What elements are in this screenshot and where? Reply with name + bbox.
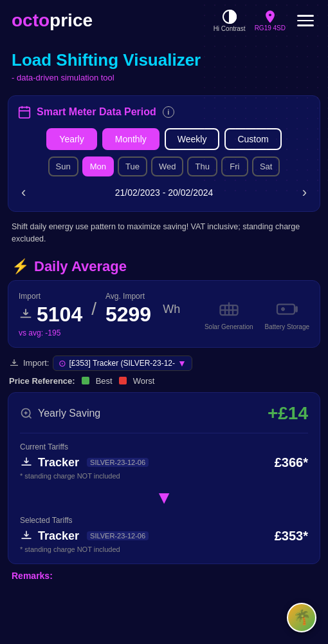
app-header: octoprice Hi Contrast RG19 4SD <box>0 0 328 39</box>
vs-avg-text: vs avg: -195 <box>19 328 60 337</box>
worst-label: Worst <box>133 376 155 386</box>
day-btn-sun[interactable]: Sun <box>48 156 78 176</box>
logo-price: price <box>50 10 93 30</box>
day-btn-sat[interactable]: Sat <box>252 156 280 176</box>
octopus-icon: ⊙ <box>59 358 66 368</box>
chevron-down-icon: ▼ <box>178 358 187 368</box>
tracker-row: Import: ⊙ [£353] Tracker (SILVER-23-12- … <box>9 355 319 371</box>
remarks-label: Remarks: <box>12 571 316 581</box>
saving-title: Yearly Saving <box>20 407 100 420</box>
price-ref-label: Price Reference: <box>9 376 75 386</box>
hero-section: Load Shifting Visualizer - data-driven s… <box>0 39 328 86</box>
current-tariff-code: SILVER-23-12-06 <box>87 458 149 467</box>
day-btn-thu[interactable]: Thu <box>187 156 217 176</box>
arrow-down-icon: ▼ <box>155 488 173 508</box>
daily-avg-section: ⚡ Daily Average <box>0 254 328 280</box>
smart-meter-title: Smart Meter Data Period i <box>17 105 311 119</box>
avg-import-value: 5299 <box>105 303 151 327</box>
current-tariffs-label: Current Tariffs <box>20 442 308 451</box>
day-buttons-group: Sun Mon Tue Wed Thu Fri Sat <box>17 156 311 176</box>
bolt-icon: ⚡ <box>12 258 29 275</box>
current-tariff-price: £366* <box>275 455 308 470</box>
current-tariffs-section: Current Tariffs Tracker SILVER-23-12-06 … <box>20 442 308 480</box>
logo: octoprice <box>12 10 93 31</box>
current-tariff-name: Tracker SILVER-23-12-06 <box>20 456 149 469</box>
hi-contrast-label: Hi Contrast <box>214 25 246 32</box>
current-standing-note: * standing charge NOT included <box>20 472 308 480</box>
day-btn-fri[interactable]: Fri <box>221 156 248 176</box>
saving-amount: +£14 <box>268 403 308 424</box>
selected-tariff-price: £353* <box>275 529 308 544</box>
selected-tariff-code: SILVER-23-12-06 <box>87 531 149 540</box>
price-reference: Price Reference: Best Worst <box>9 376 319 386</box>
unit-label: Wh <box>163 303 180 316</box>
selected-tariffs-label: Selected Tariffs <box>20 516 308 525</box>
current-tariff-row: Tracker SILVER-23-12-06 £366* <box>20 455 308 470</box>
palm-button[interactable]: 🌴 <box>287 603 316 632</box>
shift-info-text: Shift daily energy use pattern to maximi… <box>12 221 316 245</box>
saving-header: Yearly Saving +£14 <box>20 403 308 424</box>
svg-rect-11 <box>277 304 295 314</box>
tracker-badge[interactable]: ⊙ [£353] Tracker (SILVER-23-12- ▼ <box>53 355 192 371</box>
page-title: Load Shifting Visualizer <box>12 50 316 70</box>
smart-meter-card: Smart Meter Data Period i Yearly Monthly… <box>8 95 320 212</box>
svg-rect-1 <box>19 108 30 118</box>
location-text: RG19 4SD <box>255 24 286 32</box>
smart-meter-label: Smart Meter Data Period <box>37 106 156 118</box>
info-icon[interactable]: i <box>163 106 174 118</box>
stats-left: Import 5104 vs avg: -195 / Avg. Import 5… <box>19 290 198 338</box>
stats-right: Solar Generation Battery Storage <box>205 298 309 330</box>
worst-color-dot <box>119 377 127 384</box>
svg-line-16 <box>29 416 32 419</box>
selected-standing-note: * standing charge NOT included <box>20 545 308 553</box>
period-buttons-group: Yearly Monthly Weekly Custom <box>17 128 311 150</box>
prev-date-button[interactable]: ‹ <box>21 184 26 201</box>
daily-avg-title: Daily Average <box>34 258 127 275</box>
selected-tariff-name: Tracker SILVER-23-12-06 <box>20 529 149 543</box>
battery-storage-item: Battery Storage <box>265 298 309 330</box>
selected-tariffs-section: Selected Tariffs Tracker SILVER-23-12-06… <box>20 516 308 553</box>
selected-tariff-row: Tracker SILVER-23-12-06 £353* <box>20 529 308 544</box>
avg-import-label: Avg. Import <box>105 292 145 301</box>
next-date-button[interactable]: › <box>302 184 307 201</box>
hamburger-menu[interactable] <box>295 12 316 29</box>
period-btn-custom[interactable]: Custom <box>224 128 281 150</box>
divider-line <box>20 433 308 433</box>
period-btn-yearly[interactable]: Yearly <box>46 128 96 150</box>
day-btn-wed[interactable]: Wed <box>151 156 184 176</box>
solar-generation-item: Solar Generation <box>205 298 253 330</box>
yearly-saving-card: Yearly Saving +£14 Current Tariffs Track… <box>8 392 320 564</box>
hi-contrast-button[interactable]: Hi Contrast <box>214 9 246 32</box>
yearly-saving-title: Yearly Saving <box>38 408 100 419</box>
best-label: Best <box>96 376 113 386</box>
day-btn-mon[interactable]: Mon <box>82 156 114 176</box>
date-range-display: 21/02/2023 - 20/02/2024 <box>115 187 214 198</box>
best-color-dot <box>82 377 89 384</box>
solar-label: Solar Generation <box>205 323 253 330</box>
import-value: 5104 <box>37 303 82 327</box>
logo-octo: octo <box>12 10 50 30</box>
tracker-badge-label: [£353] Tracker (SILVER-23-12- <box>69 359 175 368</box>
stats-card: Import 5104 vs avg: -195 / Avg. Import 5… <box>8 280 320 348</box>
date-navigator: ‹ 21/02/2023 - 20/02/2024 › <box>17 184 311 201</box>
day-btn-tue[interactable]: Tue <box>118 156 147 176</box>
period-btn-monthly[interactable]: Monthly <box>102 128 159 150</box>
arrow-down-container: ▼ <box>20 488 308 508</box>
header-actions: Hi Contrast RG19 4SD <box>214 9 316 32</box>
period-btn-weekly[interactable]: Weekly <box>165 128 220 150</box>
location-button[interactable]: RG19 4SD <box>255 10 286 32</box>
import-label: Import <box>19 292 41 301</box>
import-tracker-label: Import: <box>23 358 49 368</box>
battery-label: Battery Storage <box>265 323 309 330</box>
page-subtitle: - data-driven simulation tool <box>12 73 316 82</box>
